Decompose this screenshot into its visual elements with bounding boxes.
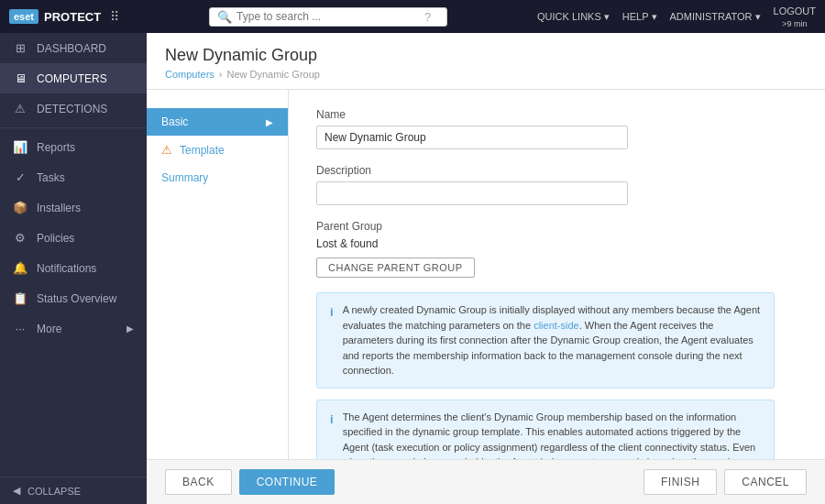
content-area: New Dynamic Group Computers › New Dynami… — [147, 33, 825, 504]
step-summary[interactable]: Summary — [147, 164, 288, 192]
step-basic-arrow: ▶ — [266, 117, 273, 127]
finish-button[interactable]: FINISH — [644, 469, 717, 495]
breadcrumb-current: New Dynamic Group — [226, 69, 319, 80]
sidebar-item-status[interactable]: 📋 Status Overview — [0, 283, 147, 313]
breadcrumb-parent[interactable]: Computers — [165, 69, 214, 80]
page-body: Basic ▶ ⚠ Template Summary Name D — [147, 90, 825, 459]
more-icon: ··· — [13, 322, 28, 335]
sidebar: ⊞ DASHBOARD 🖥 COMPUTERS ⚠ DETECTIONS 📊 R… — [0, 33, 147, 504]
status-icon: 📋 — [13, 291, 28, 305]
computers-icon: 🖥 — [13, 71, 28, 85]
step-template[interactable]: ⚠ Template — [147, 136, 288, 164]
main-layout: ⊞ DASHBOARD 🖥 COMPUTERS ⚠ DETECTIONS 📊 R… — [0, 33, 825, 504]
tasks-icon: ✓ — [13, 170, 28, 184]
sidebar-item-installers[interactable]: 📦 Installers — [0, 192, 147, 223]
description-label: Description — [316, 164, 798, 177]
page-header: New Dynamic Group Computers › New Dynami… — [147, 33, 825, 90]
sidebar-item-label: Notifications — [37, 262, 96, 275]
sidebar-item-label: More — [37, 323, 61, 335]
back-button[interactable]: BACK — [165, 469, 232, 495]
policies-icon: ⚙ — [13, 231, 28, 245]
step-basic[interactable]: Basic ▶ — [147, 108, 288, 136]
detections-icon: ⚠ — [13, 102, 28, 115]
collapse-icon: ◀ — [13, 485, 20, 497]
info-icon-1: i — [330, 303, 334, 378]
parent-group-label: Parent Group — [316, 220, 798, 233]
search-wrapper: 🔍 ? — [209, 7, 447, 27]
step-template-label: Template — [180, 144, 225, 157]
sidebar-item-detections[interactable]: ⚠ DETECTIONS — [0, 93, 147, 124]
search-area: 🔍 ? — [128, 7, 528, 27]
warning-icon: ⚠ — [161, 143, 172, 157]
sidebar-item-computers[interactable]: 🖥 COMPUTERS — [0, 63, 147, 93]
name-group: Name — [316, 108, 798, 149]
installers-icon: 📦 — [13, 201, 28, 214]
info1-highlight: client-side — [534, 320, 579, 331]
sidebar-item-label: Policies — [37, 232, 74, 245]
help-menu[interactable]: HELP ▾ — [622, 11, 657, 23]
logout-button[interactable]: LOGOUT >9 min — [774, 5, 816, 28]
sidebar-item-label: COMPUTERS — [37, 72, 107, 85]
parent-group-value: Lost & found — [316, 237, 798, 250]
search-help-icon: ? — [424, 10, 431, 24]
info-text-1: A newly created Dynamic Group is initial… — [343, 302, 761, 378]
collapse-label: COLLAPSE — [28, 486, 81, 497]
continue-button[interactable]: CONTINUE — [239, 469, 336, 495]
sidebar-item-label: Tasks — [37, 171, 65, 184]
topbar: eset PROTECT ⠿ 🔍 ? QUICK LINKS ▾ HELP ▾ … — [0, 0, 825, 33]
page-footer: BACK CONTINUE FINISH CANCEL — [147, 459, 825, 504]
topbar-nav: QUICK LINKS ▾ HELP ▾ ADMINISTRATOR ▾ LOG… — [537, 5, 816, 28]
page-title: New Dynamic Group — [165, 46, 807, 65]
breadcrumb: Computers › New Dynamic Group — [165, 69, 807, 80]
breadcrumb-separator: › — [219, 69, 223, 80]
sidebar-item-label: DASHBOARD — [37, 42, 106, 55]
sidebar-divider — [0, 127, 147, 128]
steps-nav: Basic ▶ ⚠ Template Summary — [147, 90, 289, 459]
sidebar-collapse[interactable]: ◀ COLLAPSE — [0, 477, 147, 504]
sidebar-item-label: Reports — [37, 141, 75, 154]
sidebar-item-more[interactable]: ··· More ▶ — [0, 313, 147, 344]
logo-text: PROTECT — [44, 10, 101, 24]
sidebar-item-label: DETECTIONS — [37, 103, 107, 115]
parent-group-section: Parent Group Lost & found CHANGE PARENT … — [316, 220, 798, 278]
sidebar-item-label: Status Overview — [37, 292, 116, 305]
search-input[interactable] — [236, 10, 420, 23]
step-summary-label: Summary — [161, 171, 208, 184]
notifications-icon: 🔔 — [13, 261, 28, 275]
sidebar-item-notifications[interactable]: 🔔 Notifications — [0, 253, 147, 283]
logo: eset PROTECT — [9, 9, 101, 24]
reports-icon: 📊 — [13, 140, 28, 154]
search-icon: 🔍 — [217, 10, 232, 24]
sidebar-item-label: Installers — [37, 202, 81, 214]
dashboard-icon: ⊞ — [13, 41, 28, 55]
name-input[interactable] — [316, 126, 628, 149]
logo-badge: eset — [9, 9, 38, 24]
sidebar-item-reports[interactable]: 📊 Reports — [0, 132, 147, 162]
grid-icon[interactable]: ⠿ — [110, 9, 119, 24]
description-input[interactable] — [316, 181, 628, 205]
name-label: Name — [316, 108, 798, 121]
sidebar-item-policies[interactable]: ⚙ Policies — [0, 223, 147, 253]
cancel-button[interactable]: CANCEL — [724, 469, 807, 495]
sidebar-item-tasks[interactable]: ✓ Tasks — [0, 162, 147, 192]
description-group: Description — [316, 164, 798, 205]
change-parent-button[interactable]: CHANGE PARENT GROUP — [316, 257, 475, 278]
admin-menu[interactable]: ADMINISTRATOR ▾ — [670, 11, 761, 23]
sidebar-item-dashboard[interactable]: ⊞ DASHBOARD — [0, 33, 147, 63]
form-content: Name Description Parent Group Lost & fou… — [289, 90, 825, 459]
info-icon-2: i — [330, 411, 334, 460]
quick-links[interactable]: QUICK LINKS ▾ — [537, 11, 610, 23]
info-box-1: i A newly created Dynamic Group is initi… — [316, 292, 775, 389]
step-basic-label: Basic — [161, 115, 188, 128]
info-text-2: The Agent determines the client's Dynami… — [343, 410, 761, 460]
info-box-2: i The Agent determines the client's Dyna… — [316, 400, 775, 460]
